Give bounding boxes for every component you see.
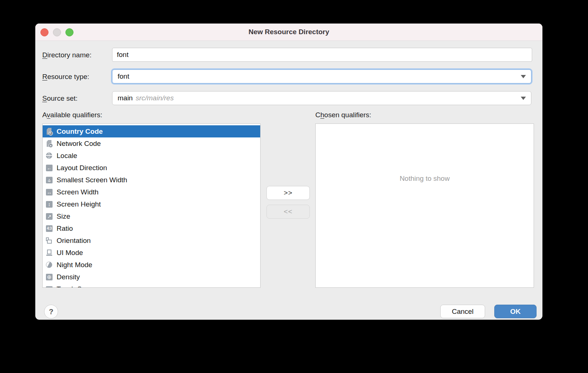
available-qualifiers-label: Available qualifiers: <box>42 111 102 119</box>
qualifier-label: Screen Height <box>57 200 101 208</box>
qualifier-row[interactable]: UI Mode <box>43 247 260 259</box>
qualifier-row[interactable]: Orientation <box>43 234 260 247</box>
qualifier-row[interactable]: Touch Screen <box>43 283 260 288</box>
network-code-icon <box>45 140 53 148</box>
qualifier-row[interactable]: ↗Size <box>43 210 260 222</box>
available-qualifiers-list[interactable]: Country CodeNetwork CodeLocale←Layout Di… <box>42 123 261 288</box>
qualifier-row[interactable]: ←Layout Direction <box>43 162 260 174</box>
qualifier-label: Country Code <box>57 128 103 136</box>
directory-name-label: Directory name: <box>42 51 92 59</box>
qualifier-row[interactable]: Locale <box>43 150 260 162</box>
qualifier-label: Night Mode <box>57 261 92 269</box>
layout-direction-icon: ← <box>45 164 53 172</box>
source-set-select[interactable]: main src/main/res <box>112 91 531 105</box>
question-mark-icon: ? <box>49 308 53 316</box>
country-code-icon <box>45 128 53 136</box>
resource-type-label: Resource type: <box>42 73 89 81</box>
smallest-screen-width-icon: ↔↕ <box>45 176 53 184</box>
qualifier-row[interactable]: Country Code <box>43 125 260 137</box>
qualifier-row[interactable]: ↔↕Smallest Screen Width <box>43 174 260 186</box>
qualifier-label: Size <box>57 212 70 220</box>
qualifier-label: Locale <box>57 152 77 160</box>
qualifier-label: Ratio <box>57 225 73 233</box>
ok-button[interactable]: OK <box>494 305 537 318</box>
qualifier-label: Density <box>57 273 80 281</box>
size-icon: ↗ <box>45 212 53 220</box>
qualifier-label: UI Mode <box>57 249 83 257</box>
help-button[interactable]: ? <box>44 305 58 319</box>
screen-height-icon: ↕ <box>45 200 53 208</box>
qualifier-row[interactable]: ↕Screen Height <box>43 198 260 210</box>
qualifier-row[interactable]: ⊕Density <box>43 271 260 283</box>
density-icon: ⊕ <box>45 273 53 281</box>
new-resource-directory-dialog: New Resource Directory Directory name: R… <box>35 24 542 320</box>
dialog-title: New Resource Directory <box>35 24 542 40</box>
empty-state-text: Nothing to show <box>316 175 534 183</box>
locale-icon <box>45 152 53 160</box>
add-qualifier-button[interactable]: >> <box>266 186 310 200</box>
qualifier-label: Touch Screen <box>57 285 99 288</box>
orientation-icon <box>45 237 53 245</box>
screen-width-icon: ↔ <box>45 188 53 196</box>
qualifier-row[interactable]: 4:3Ratio <box>43 222 260 234</box>
ratio-icon: 4:3 <box>45 225 53 233</box>
chevron-down-icon <box>521 97 526 100</box>
qualifier-row[interactable]: Network Code <box>43 137 260 150</box>
touch-screen-icon <box>45 286 53 288</box>
chevron-down-icon <box>521 75 526 78</box>
titlebar[interactable]: New Resource Directory <box>35 24 542 41</box>
qualifier-label: Network Code <box>57 140 101 148</box>
qualifier-label: Smallest Screen Width <box>57 176 127 184</box>
source-set-label: Source set: <box>42 94 78 103</box>
remove-qualifier-button: << <box>266 205 310 219</box>
directory-name-input[interactable] <box>112 48 532 62</box>
desktop: { "window": { "title": "New Resource Dir… <box>0 0 588 373</box>
source-set-path-hint: src/main/res <box>136 94 173 102</box>
qualifier-row[interactable]: Night Mode <box>43 259 260 271</box>
qualifier-label: Layout Direction <box>57 164 107 172</box>
cancel-button[interactable]: Cancel <box>440 305 485 318</box>
chosen-qualifiers-label: Chosen qualifiers: <box>315 111 371 119</box>
night-mode-icon <box>45 261 53 269</box>
chosen-qualifiers-panel[interactable]: Nothing to show <box>315 123 534 288</box>
resource-type-value: font <box>118 72 129 80</box>
resource-type-select[interactable]: font <box>112 69 531 83</box>
ui-mode-icon <box>45 249 53 257</box>
source-set-value: main <box>118 94 133 102</box>
qualifier-label: Screen Width <box>57 188 98 196</box>
qualifier-row[interactable]: ↔Screen Width <box>43 186 260 198</box>
qualifier-label: Orientation <box>57 237 91 245</box>
